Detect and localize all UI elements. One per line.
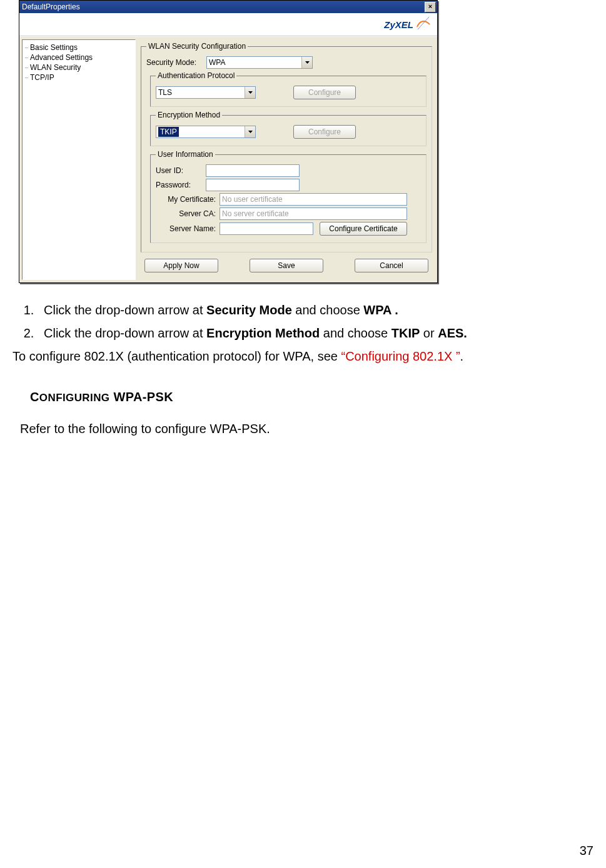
brand-swoosh-icon — [416, 16, 431, 31]
cancel-button[interactable]: Cancel — [355, 259, 428, 272]
text: Click the drop-down arrow at — [44, 326, 206, 340]
text: Click the drop-down arrow at — [44, 303, 206, 317]
text: . — [460, 349, 464, 363]
security-mode-select[interactable]: WPA — [206, 56, 313, 69]
section-heading: CONFIGURING WPA-PSK — [30, 387, 593, 407]
text-bold: Encryption Method — [206, 326, 320, 340]
user-id-field[interactable] — [206, 164, 300, 177]
text-bold: WPA . — [363, 303, 398, 317]
text: and choose — [320, 326, 391, 340]
wlan-security-group: WLAN Security Configuration Security Mod… — [141, 42, 432, 252]
text: and choose — [292, 303, 364, 317]
text-bold: AES. — [438, 326, 467, 340]
chevron-down-icon[interactable] — [301, 57, 312, 68]
sidebar-item-basic[interactable]: Basic Settings — [24, 42, 134, 52]
user-info-group: User Information User ID: Password: My C… — [150, 150, 427, 243]
properties-dialog: DefaultProperties × ZyXEL Basic Settings… — [19, 0, 438, 283]
page-number: 37 — [580, 844, 593, 858]
document-body: Click the drop-down arrow at Security Mo… — [13, 301, 593, 439]
apply-now-button[interactable]: Apply Now — [144, 259, 218, 272]
my-cert-field: No user certificate — [220, 193, 407, 206]
server-name-label: Server Name: — [156, 224, 216, 233]
text: C — [30, 390, 39, 404]
configure-certificate-button[interactable]: Configure Certificate — [320, 222, 407, 236]
server-ca-field: No server certificate — [220, 207, 407, 220]
text: WPA-PSK — [109, 390, 173, 404]
server-ca-label: Server CA: — [156, 209, 216, 218]
enc-group-legend: Encryption Method — [156, 111, 222, 119]
auth-protocol-value: TLS — [158, 88, 172, 97]
note-line: To configure 802.1X (authentication prot… — [13, 347, 593, 366]
text: or — [420, 326, 438, 340]
chevron-down-icon[interactable] — [245, 87, 255, 98]
content-area: WLAN Security Configuration Security Mod… — [138, 37, 437, 282]
auth-group-legend: Authentication Protocol — [156, 71, 236, 80]
chevron-down-icon[interactable] — [245, 126, 255, 137]
brand-logo: ZyXEL — [384, 19, 430, 30]
auth-protocol-select[interactable]: TLS — [156, 86, 256, 99]
encryption-value: TKIP — [158, 127, 179, 137]
save-button[interactable]: Save — [250, 259, 323, 272]
password-label: Password: — [156, 181, 202, 189]
brand-text: ZyXEL — [384, 19, 413, 30]
security-mode-value: WPA — [209, 58, 225, 67]
text-bold: Security Mode — [206, 303, 292, 317]
auth-protocol-group: Authentication Protocol TLS Configure — [150, 71, 427, 107]
sidebar-item-tcpip[interactable]: TCP/IP — [24, 72, 134, 82]
user-id-label: User ID: — [156, 166, 202, 175]
step-1: Click the drop-down arrow at Security Mo… — [38, 301, 593, 320]
close-icon[interactable]: × — [425, 2, 436, 12]
window-title: DefaultProperties — [22, 2, 80, 11]
encryption-select[interactable]: TKIP — [156, 126, 256, 138]
configure-enc-button[interactable]: Configure — [293, 125, 356, 139]
my-cert-label: My Certificate: — [156, 195, 216, 204]
wlan-group-legend: WLAN Security Configuration — [146, 42, 248, 51]
cross-reference: “Configuring 802.1X ” — [341, 349, 460, 363]
sidebar-item-wlan-security[interactable]: WLAN Security — [24, 62, 134, 72]
brand-row: ZyXEL — [19, 13, 437, 36]
paragraph: Refer to the following to configure WPA-… — [20, 419, 593, 439]
text-bold: TKIP — [391, 326, 420, 340]
user-group-legend: User Information — [156, 150, 215, 159]
password-field[interactable] — [206, 179, 300, 191]
text: ONFIGURING — [39, 392, 110, 404]
text: To configure 802.1X (authentication prot… — [13, 349, 341, 363]
security-mode-label: Security Mode: — [146, 58, 203, 67]
configure-auth-button[interactable]: Configure — [293, 86, 356, 99]
settings-tree: Basic Settings Advanced Settings WLAN Se… — [22, 39, 136, 280]
server-name-field[interactable] — [220, 222, 313, 235]
encryption-group: Encryption Method TKIP Configure — [150, 111, 427, 146]
title-bar[interactable]: DefaultProperties × — [19, 1, 437, 13]
sidebar-item-advanced[interactable]: Advanced Settings — [24, 52, 134, 62]
step-2: Click the drop-down arrow at Encryption … — [38, 324, 593, 343]
